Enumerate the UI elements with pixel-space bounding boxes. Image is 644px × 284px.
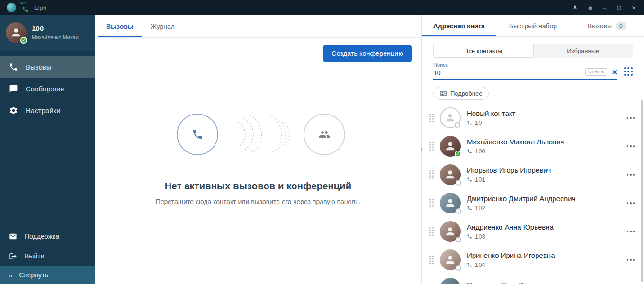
dialpad-icon[interactable] bbox=[624, 67, 633, 80]
chat-icon bbox=[9, 84, 18, 93]
contact-row[interactable]: Михайленко Михаил Львович 100 bbox=[422, 132, 644, 160]
contact-number: 103 bbox=[475, 233, 485, 240]
contact-name: Игорьков Игорь Игоревич bbox=[467, 166, 622, 174]
contacts-filter-segmented: Все контакты Избранные bbox=[433, 44, 633, 58]
user-extension: 100 bbox=[32, 24, 44, 32]
contact-row[interactable]: Петренко Пётр Петрович bbox=[422, 274, 644, 284]
scrollbar[interactable] bbox=[641, 100, 643, 282]
contact-number: 101 bbox=[475, 176, 485, 183]
contact-number: 104 bbox=[475, 261, 485, 268]
contact-list: Новый контакт 10 Михайленко Михаил Львов… bbox=[422, 104, 644, 284]
contact-row[interactable]: Андриенко Анна Юрьевна 103 bbox=[422, 217, 644, 246]
collapse-label: Свернуть bbox=[19, 271, 48, 279]
empty-calls-illustration bbox=[168, 101, 348, 168]
user-avatar bbox=[6, 22, 27, 43]
segment-all-contacts[interactable]: Все контакты bbox=[433, 44, 534, 58]
more-options-icon[interactable] bbox=[626, 255, 636, 265]
collapse-chevrons-icon bbox=[9, 271, 13, 279]
app-title: Elph bbox=[34, 4, 46, 11]
tab-label: Вызовы bbox=[106, 23, 134, 30]
details-button-label: Подробнее bbox=[450, 90, 482, 97]
phone-icon bbox=[467, 234, 472, 239]
contacts-panel: Адресная книга Быстрый набор Вызовы 0 Вс… bbox=[422, 15, 644, 284]
close-button[interactable] bbox=[626, 1, 641, 14]
contact-avatar bbox=[440, 278, 461, 284]
more-options-icon[interactable] bbox=[626, 198, 636, 208]
tab-speed-dial[interactable]: Быстрый набор bbox=[496, 15, 570, 36]
drag-handle-icon[interactable] bbox=[429, 142, 434, 151]
create-conference-button[interactable]: Создать конференцию bbox=[323, 45, 412, 62]
titlebar: SIP Elph bbox=[0, 0, 644, 15]
sidebar-item-settings[interactable]: Настройки bbox=[0, 99, 95, 121]
contact-avatar bbox=[440, 107, 461, 128]
contact-row[interactable]: Дмитриенко Дмитрий Андреевич 102 bbox=[422, 189, 644, 217]
status-badge bbox=[456, 237, 461, 242]
details-button[interactable]: Подробнее bbox=[433, 87, 489, 100]
contact-row[interactable]: Ириненко Ирина Игоревна 104 bbox=[422, 246, 644, 274]
sidebar-item-calls[interactable]: Вызовы bbox=[0, 56, 95, 78]
sip-phone-icon: SIP bbox=[20, 2, 31, 13]
user-status-badge bbox=[20, 37, 27, 44]
user-profile[interactable]: 100 Михайленко Михаи… bbox=[0, 15, 95, 51]
sidebar-item-support[interactable]: Поддержка bbox=[0, 226, 95, 246]
phone-icon bbox=[467, 262, 472, 267]
phone-icon bbox=[467, 177, 472, 182]
tab-label: Адресная книга bbox=[433, 22, 485, 30]
contact-name: Дмитриенко Дмитрий Андреевич bbox=[467, 195, 622, 203]
status-badge bbox=[456, 208, 461, 214]
phone-icon bbox=[467, 205, 472, 211]
tab-address-book[interactable]: Адресная книга bbox=[422, 15, 496, 36]
sidebar-item-messages[interactable]: Сообщения bbox=[0, 78, 95, 99]
drag-handle-icon[interactable] bbox=[429, 170, 434, 179]
contact-name: Петренко Пётр Петрович bbox=[467, 281, 622, 284]
collapse-sidebar-button[interactable]: Свернуть bbox=[0, 266, 95, 284]
contact-row[interactable]: Игорьков Игорь Игоревич 101 bbox=[422, 160, 644, 189]
contact-row[interactable]: Новый контакт 10 bbox=[422, 104, 644, 132]
user-name: Михайленко Михаи… bbox=[32, 35, 84, 40]
contact-number: 10 bbox=[475, 119, 482, 126]
sidebar: 100 Михайленко Михаи… Вызовы Сообщения Н… bbox=[0, 15, 95, 284]
phone-icon bbox=[467, 120, 472, 125]
more-options-icon[interactable] bbox=[626, 227, 636, 236]
clear-search-icon[interactable] bbox=[611, 69, 617, 76]
sidebar-item-label: Выйти bbox=[25, 252, 44, 260]
tab-label: Быстрый набор bbox=[509, 22, 557, 30]
main-tabbar: Вызовы Журнал bbox=[95, 15, 421, 38]
more-options-icon[interactable] bbox=[626, 113, 636, 123]
drag-handle-icon[interactable] bbox=[429, 227, 434, 236]
contact-name: Ириненко Ирина Игоревна bbox=[467, 251, 622, 259]
segment-favorites[interactable]: Избранные bbox=[534, 44, 633, 58]
status-badge bbox=[455, 151, 461, 157]
sip-label: SIP bbox=[20, 1, 26, 5]
more-options-icon[interactable] bbox=[626, 142, 636, 151]
main-panel: Вызовы Журнал Создать конференцию bbox=[95, 15, 422, 284]
pin-window-button[interactable] bbox=[568, 1, 582, 14]
tab-calls[interactable]: Вызовы bbox=[98, 15, 142, 37]
mail-icon bbox=[9, 232, 17, 240]
tab-label: Вызовы bbox=[588, 22, 612, 30]
app-logo-icon bbox=[7, 3, 16, 12]
drag-handle-icon[interactable] bbox=[429, 199, 434, 207]
right-panel-tabbar: Адресная книга Быстрый набор Вызовы 0 bbox=[422, 15, 644, 37]
status-badge bbox=[456, 265, 461, 271]
search-input[interactable]: Поиск 10 CTRL K bbox=[433, 62, 617, 80]
more-options-icon[interactable] bbox=[626, 170, 636, 179]
status-badge bbox=[455, 122, 460, 128]
contact-name: Новый контакт bbox=[467, 109, 622, 117]
popout-button[interactable] bbox=[582, 1, 597, 14]
empty-state-title: Нет активных вызовов и конференций bbox=[165, 181, 352, 192]
tab-calls-right[interactable]: Вызовы 0 bbox=[570, 15, 644, 36]
panel-collapse-chevron[interactable] bbox=[418, 142, 426, 156]
tab-journal[interactable]: Журнал bbox=[142, 15, 183, 37]
drag-handle-icon[interactable] bbox=[429, 114, 434, 122]
contact-name: Михайленко Михаил Львович bbox=[467, 138, 622, 146]
sidebar-item-logout[interactable]: Выйти bbox=[0, 246, 95, 266]
status-badge bbox=[456, 180, 461, 186]
minimize-button[interactable] bbox=[597, 1, 612, 14]
maximize-button[interactable] bbox=[612, 1, 626, 14]
drag-handle-icon[interactable] bbox=[429, 256, 434, 264]
phone-icon bbox=[9, 62, 18, 71]
contact-name: Андриенко Анна Юрьевна bbox=[467, 223, 622, 231]
logout-icon bbox=[9, 252, 17, 260]
contact-number: 102 bbox=[475, 204, 485, 212]
